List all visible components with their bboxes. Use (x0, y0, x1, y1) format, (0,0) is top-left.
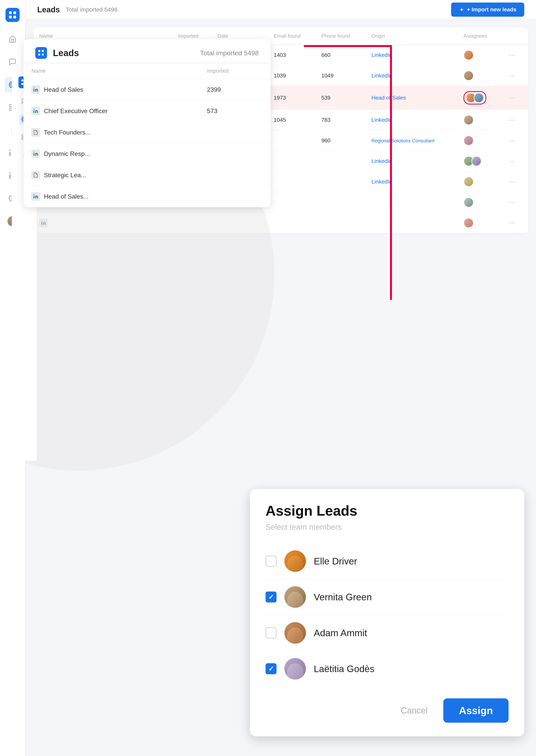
red-connector-h-top (304, 45, 392, 47)
zoom-cell-name: Chief Executive Officer (23, 100, 199, 122)
cell-actions[interactable]: ⋯ (501, 110, 528, 130)
zoom-title: Leads (53, 48, 79, 58)
cell-actions[interactable]: ⋯ (501, 172, 528, 192)
cell-origin[interactable]: LinkedIn (365, 110, 457, 130)
cell-assignees (457, 110, 501, 130)
team-member-laetitia[interactable]: Laëtitia Godès (266, 651, 509, 687)
assign-button[interactable]: Assign (443, 698, 509, 723)
zoom-cell-imported (199, 164, 270, 186)
avatar (463, 135, 474, 146)
linkedin-icon (31, 85, 40, 94)
member-name-elle: Elle Driver (314, 556, 357, 567)
zoom-table-row: Dynamic Resp... (23, 143, 270, 164)
col-assignees: Assignees (457, 27, 501, 45)
cell-origin[interactable]: LinkedIn (365, 45, 457, 65)
linkedin-icon (39, 219, 48, 227)
checkbox-laetitia[interactable] (266, 663, 277, 674)
svg-rect-35 (21, 83, 23, 85)
import-leads-button[interactable]: + Import new leads (451, 3, 524, 17)
team-member-adam[interactable]: Adam Ammit (266, 615, 509, 651)
assign-leads-modal: Assign Leads Select team members Elle Dr… (250, 489, 524, 737)
svg-point-17 (9, 150, 11, 151)
zoom-cell-imported: 573 (199, 100, 270, 122)
app-container: Leads Total imported 5498 + Import new l… (0, 0, 536, 756)
sidebar-item-home[interactable] (5, 31, 20, 47)
cell-email: 1973 (268, 86, 316, 110)
cell-phone: 660 (316, 45, 366, 65)
modal-subtitle: Select team members (266, 523, 509, 532)
cell-assignees-highlighted[interactable] (457, 86, 501, 110)
zoom-panel-header: Leads Total imported 5498 (23, 39, 270, 63)
checkbox-adam[interactable] (266, 627, 277, 638)
linkedin-icon (31, 192, 40, 201)
zoom-col-name: Name (23, 63, 199, 79)
zoom-table-row: Head of Sales... (23, 186, 270, 207)
checkbox-vernita[interactable] (266, 592, 277, 602)
cell-email (268, 151, 316, 172)
cell-actions[interactable]: ⋯ (501, 86, 528, 110)
cell-assignees (457, 151, 501, 172)
team-member-elle[interactable]: Elle Driver (266, 543, 509, 579)
modal-title: Assign Leads (266, 503, 509, 519)
avatar (474, 93, 484, 103)
svg-rect-9 (10, 108, 12, 110)
cell-origin[interactable]: Regional Solutions Consultant (365, 130, 457, 151)
zoom-panel: Leads Total imported 5498 Name Imported (23, 39, 270, 207)
zoom-cell-name: Strategic Lea... (23, 164, 199, 186)
cell-origin[interactable]: Head of Sales (365, 86, 457, 110)
avatar-vernita (285, 586, 306, 608)
cell-actions[interactable]: ⋯ (501, 130, 528, 151)
team-member-list: Elle Driver Vernita Green (266, 543, 509, 687)
zoom-table-row: Head of Sales 2399 (23, 79, 270, 100)
linkedin-icon (31, 107, 40, 115)
cell-name (33, 213, 173, 233)
avatar-elle (285, 550, 306, 572)
sidebar-item-chat[interactable] (5, 54, 20, 70)
modal-actions: Cancel Assign (266, 698, 509, 723)
linkedin-icon (31, 150, 40, 158)
cell-phone: 1049 (316, 65, 366, 86)
cell-origin[interactable]: LinkedIn (365, 151, 457, 172)
team-member-vernita[interactable]: Vernita Green (266, 579, 509, 615)
zoom-table: Name Imported Head of Sales 2399 (23, 63, 270, 207)
cancel-button[interactable]: Cancel (393, 701, 435, 720)
cell-origin[interactable]: LinkedIn (365, 65, 457, 86)
svg-point-56 (34, 152, 34, 152)
cell-actions[interactable]: ⋯ (501, 65, 528, 86)
cell-assignees (457, 130, 501, 151)
zoom-cell-name: Tech Founders... (23, 122, 199, 143)
cell-email: 1403 (268, 45, 316, 65)
cell-actions[interactable]: ⋯ (501, 192, 528, 213)
page-title: Leads (37, 5, 60, 14)
cell-phone (316, 151, 366, 172)
svg-rect-51 (42, 50, 44, 52)
cell-actions[interactable]: ⋯ (501, 45, 528, 65)
svg-rect-3 (13, 16, 16, 18)
zoom-cell-imported (199, 122, 270, 143)
svg-rect-0 (9, 11, 12, 14)
zoom-cell-imported: 2399 (199, 79, 270, 100)
avatar-adam (285, 622, 306, 644)
table-row: ⋯ (33, 213, 528, 233)
cell-assignees (457, 65, 501, 86)
cell-origin[interactable]: LinkedIn (365, 172, 457, 192)
cell-actions[interactable]: ⋯ (501, 213, 528, 233)
zoom-table-row: Strategic Lea... (23, 164, 270, 186)
cell-assignees (457, 45, 501, 65)
zoom-table-row: Chief Executive Officer 573 (23, 100, 270, 122)
col-origin: Origin (365, 27, 457, 45)
cell-assignees (457, 213, 501, 233)
member-name-adam: Adam Ammit (314, 628, 367, 638)
svg-point-55 (34, 109, 34, 110)
avatar (463, 71, 474, 81)
svg-rect-33 (21, 80, 23, 81)
cell-assignees (457, 192, 501, 213)
checkbox-elle[interactable] (266, 556, 277, 567)
zoom-logo (35, 47, 47, 59)
cell-actions[interactable]: ⋯ (501, 151, 528, 172)
avatar (463, 50, 474, 60)
avatar (463, 115, 474, 125)
member-name-laetitia: Laëtitia Godès (314, 664, 375, 674)
col-email: Email found (268, 27, 316, 45)
avatar (463, 177, 474, 187)
